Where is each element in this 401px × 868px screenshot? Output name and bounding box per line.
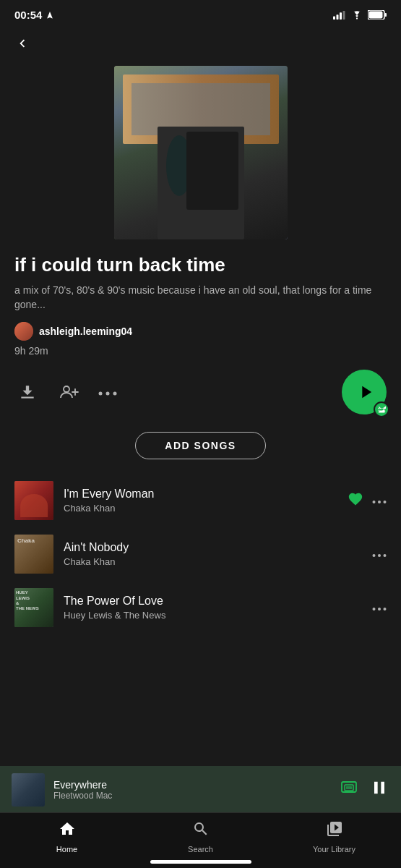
wifi-icon — [350, 11, 363, 20]
album-art — [114, 66, 288, 239]
home-indicator — [150, 860, 251, 864]
svg-point-13 — [378, 501, 381, 503]
pause-button[interactable] — [369, 778, 389, 802]
author-avatar — [14, 322, 33, 341]
download-button[interactable] — [14, 379, 40, 405]
song-title: Ain't Nobody — [64, 541, 362, 554]
svg-rect-0 — [333, 16, 335, 20]
song-actions — [348, 491, 387, 511]
now-playing-bar[interactable]: Everywhere Fleetwood Mac — [0, 766, 401, 814]
search-icon — [192, 820, 210, 842]
header — [0, 27, 401, 59]
svg-rect-3 — [343, 11, 345, 20]
song-thumbnail: HUEYLEWIS&THE NEWS — [14, 588, 53, 627]
song-details: I'm Every Woman Chaka Khan — [64, 488, 337, 514]
svg-point-17 — [384, 554, 387, 557]
song-title: I'm Every Woman — [64, 488, 337, 501]
add-songs-container: ADD SONGS — [0, 432, 401, 459]
song-actions — [372, 547, 387, 562]
svg-point-15 — [373, 554, 376, 557]
svg-point-18 — [373, 608, 376, 610]
svg-point-20 — [384, 608, 387, 610]
song-thumbnail — [14, 481, 53, 520]
nav-item-library[interactable]: Your Library — [267, 820, 401, 854]
play-shuffle-container — [342, 370, 387, 414]
now-playing-thumbnail — [12, 773, 45, 807]
controls-row — [0, 370, 401, 414]
playlist-info: if i could turn back time a mix of 70's,… — [0, 254, 401, 357]
controls-left — [14, 379, 117, 405]
playlist-description: a mix of 70's, 80's & 90's music because… — [14, 284, 387, 312]
song-details: The Power Of Love Huey Lewis & The News — [64, 595, 362, 621]
song-artist: Chaka Khan — [64, 556, 362, 567]
back-button[interactable] — [14, 33, 36, 59]
svg-point-19 — [378, 608, 381, 610]
now-playing-info: Everywhere Fleetwood Mac — [53, 779, 332, 801]
svg-point-12 — [373, 501, 376, 503]
song-artist: Chaka Khan — [64, 503, 337, 514]
table-row[interactable]: I'm Every Woman Chaka Khan — [0, 474, 401, 527]
svg-rect-6 — [385, 13, 387, 17]
svg-point-10 — [106, 392, 110, 396]
svg-rect-1 — [337, 14, 339, 20]
song-details: Ain't Nobody Chaka Khan — [64, 541, 362, 567]
svg-point-14 — [384, 501, 387, 503]
location-arrow-icon — [46, 11, 54, 20]
cast-device-icon[interactable] — [340, 780, 358, 801]
nav-item-search[interactable]: Search — [134, 820, 267, 854]
song-artist: Huey Lewis & The News — [64, 610, 362, 621]
svg-rect-23 — [346, 786, 352, 789]
playlist-title: if i could turn back time — [14, 254, 387, 276]
playlist-duration: 9h 29m — [14, 345, 387, 357]
svg-rect-2 — [340, 12, 342, 20]
status-icons — [333, 10, 387, 20]
song-list: I'm Every Woman Chaka Khan Chaka — [0, 474, 401, 634]
nav-label-home: Home — [56, 845, 77, 854]
svg-point-9 — [99, 392, 103, 396]
song-actions — [372, 600, 387, 616]
playlist-cover-image — [114, 66, 288, 239]
status-time: 00:54 — [14, 9, 54, 21]
add-friend-button[interactable] — [56, 379, 82, 405]
svg-rect-7 — [369, 12, 383, 19]
song-title: The Power Of Love — [64, 595, 362, 608]
song-more-button[interactable] — [372, 493, 387, 509]
svg-point-4 — [356, 17, 358, 19]
svg-point-11 — [113, 392, 117, 396]
nav-label-search: Search — [188, 845, 213, 854]
more-options-button[interactable] — [98, 383, 117, 401]
svg-point-16 — [378, 554, 381, 557]
author-name: ashleigh.leeming04 — [39, 326, 132, 337]
add-songs-button[interactable]: ADD SONGS — [135, 432, 265, 459]
home-icon — [59, 820, 76, 842]
table-row[interactable]: Chaka Ain't Nobody Chaka Khan — [0, 527, 401, 581]
now-playing-title: Everywhere — [53, 779, 332, 791]
battery-icon — [368, 10, 387, 20]
library-icon — [326, 820, 343, 842]
nav-label-library: Your Library — [313, 845, 355, 854]
svg-point-8 — [64, 386, 69, 392]
shuffle-badge[interactable] — [374, 401, 389, 417]
nav-item-home[interactable]: Home — [0, 820, 134, 854]
like-icon[interactable] — [348, 491, 363, 511]
album-art-container — [0, 59, 401, 254]
song-more-button[interactable] — [372, 600, 387, 616]
signal-icon — [333, 11, 346, 20]
song-thumbnail: Chaka — [14, 535, 53, 574]
status-bar: 00:54 — [0, 0, 401, 27]
table-row[interactable]: HUEYLEWIS&THE NEWS The Power Of Love Hue… — [0, 581, 401, 634]
playlist-author: ashleigh.leeming04 — [14, 322, 387, 341]
now-playing-controls — [340, 778, 389, 802]
song-more-button[interactable] — [372, 547, 387, 562]
now-playing-artist: Fleetwood Mac — [53, 791, 332, 801]
